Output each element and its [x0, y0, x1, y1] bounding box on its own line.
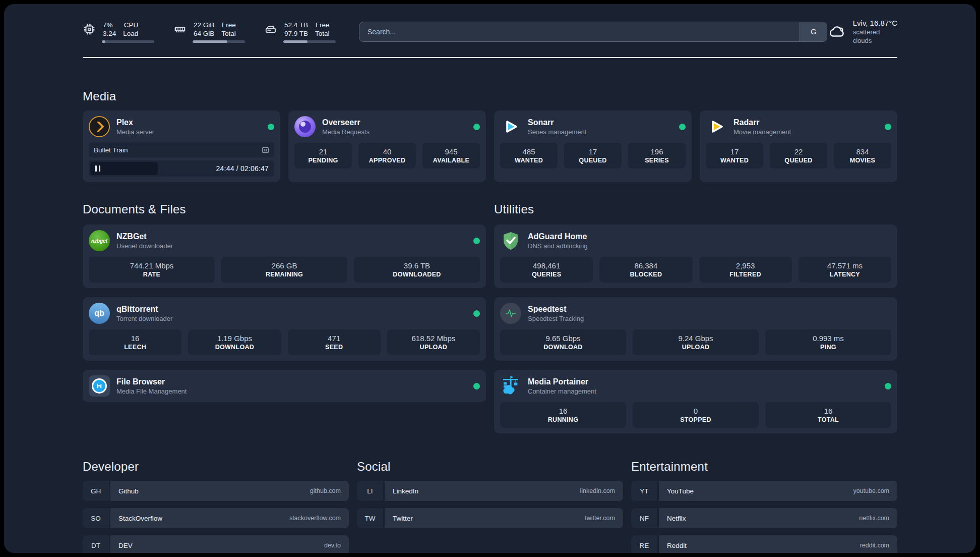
- dashboard: 7% 3.24 CPU Load: [4, 4, 976, 553]
- disk-value-1: 52.4 TB: [284, 21, 308, 29]
- bookmark-dev[interactable]: DT DEV dev.to: [83, 535, 349, 553]
- service-title: Radarr: [733, 118, 791, 128]
- service-subtitle: Container management: [528, 387, 596, 396]
- stat-wanted: 485WANTED: [500, 143, 558, 169]
- disk-label-1: Free: [315, 21, 330, 29]
- stat-queries: 498,461QUERIES: [500, 257, 593, 283]
- stat-stopped: 0STOPPED: [633, 402, 759, 428]
- documents-column: Documents & Files nzbget NZBGet Usenet d…: [83, 202, 486, 402]
- portainer-icon: [500, 375, 521, 397]
- section-title-entertainment: Entertainment: [631, 460, 897, 474]
- service-card-nzbget[interactable]: nzbget NZBGet Usenet downloader 744.21 M…: [83, 225, 486, 288]
- stat-seed: 471SEED: [288, 329, 381, 355]
- stat-queued: 17QUEUED: [564, 143, 622, 169]
- service-title: Overseerr: [322, 118, 370, 128]
- memory-icon: [173, 23, 187, 36]
- service-title: Plex: [116, 118, 154, 128]
- cpu-widget: 7% 3.24 CPU Load: [83, 21, 154, 43]
- bookmark-linkedin[interactable]: LI LinkedIn linkedin.com: [357, 481, 623, 501]
- media-cards-row: Plex Media server Bullet Train: [83, 110, 897, 182]
- stat-upload: 9.24 GbpsUPLOAD: [633, 329, 759, 355]
- utilities-column: Utilities AdGuard Home: [494, 202, 897, 433]
- status-indicator: [473, 383, 480, 389]
- memory-value-1: 22 GiB: [194, 21, 214, 29]
- bookmark-group-entertainment: Entertainment YT YouTube youtube.com NF …: [631, 460, 897, 553]
- disk-label-2: Total: [315, 29, 330, 38]
- service-subtitle: Media Requests: [322, 128, 370, 136]
- status-indicator: [268, 124, 274, 130]
- header-bar: 7% 3.24 CPU Load: [83, 4, 897, 45]
- stat-upload: 618.52 MbpsUPLOAD: [387, 329, 480, 355]
- memory-progress-bar: [193, 40, 245, 43]
- bookmark-twitter[interactable]: TW Twitter twitter.com: [357, 508, 623, 528]
- service-subtitle: Media server: [116, 128, 154, 136]
- pause-button[interactable]: [90, 162, 158, 175]
- search-input[interactable]: [359, 22, 800, 41]
- resource-widgets: 7% 3.24 CPU Load: [83, 21, 336, 43]
- section-title-developer: Developer: [83, 460, 349, 474]
- stat-queued: 22QUEUED: [770, 143, 827, 169]
- bookmark-reddit[interactable]: RE Reddit reddit.com: [631, 535, 897, 553]
- qbittorrent-icon: qb: [89, 303, 110, 324]
- service-subtitle: Media File Management: [116, 387, 187, 396]
- service-card-radarr[interactable]: Radarr Movie management 17WANTED 22QUEUE…: [700, 110, 897, 182]
- service-card-adguard[interactable]: AdGuard Home DNS and adblocking 498,461Q…: [494, 225, 897, 288]
- stat-ping: 0.993 msPING: [765, 329, 891, 355]
- stat-approved: 40APPROVED: [358, 143, 416, 169]
- cast-icon: [262, 146, 269, 154]
- stat-pending: 21PENDING: [294, 143, 352, 169]
- stat-series: 196SERIES: [628, 143, 686, 169]
- status-indicator: [473, 310, 480, 317]
- bookmark-github[interactable]: GH Github github.com: [83, 481, 349, 501]
- cloud-icon: [827, 22, 846, 42]
- cpu-label-1: CPU: [123, 21, 138, 29]
- stat-running: 16RUNNING: [500, 402, 626, 428]
- memory-value-2: 64 GiB: [194, 29, 214, 38]
- disk-value-2: 97.9 TB: [284, 29, 308, 38]
- stat-wanted: 17WANTED: [706, 143, 763, 169]
- service-card-sonarr[interactable]: Sonarr Series management 485WANTED 17QUE…: [494, 110, 692, 182]
- bookmark-netflix[interactable]: NF Netflix netflix.com: [631, 508, 897, 528]
- search-bar: G: [359, 22, 827, 42]
- bookmark-group-social: Social LI LinkedIn linkedin.com TW Twitt…: [357, 460, 623, 528]
- service-subtitle: Speedtest Tracking: [528, 314, 584, 323]
- section-title-media: Media: [83, 89, 897, 103]
- service-title: NZBGet: [116, 232, 173, 242]
- stat-rate: 744.21 MbpsRATE: [89, 257, 215, 283]
- service-card-qbittorrent[interactable]: qb qBittorrent Torrent downloader 16LEEC…: [83, 297, 486, 361]
- stat-leech: 16LEECH: [89, 329, 181, 355]
- bookmark-stackoverflow[interactable]: SO StackOverflow stackoverflow.com: [83, 508, 349, 528]
- disk-widget: 52.4 TB 97.9 TB Free Total: [264, 21, 336, 43]
- status-indicator: [473, 124, 480, 130]
- service-title: Speedtest: [528, 304, 584, 314]
- service-subtitle: DNS and adblocking: [528, 242, 588, 250]
- memory-label-2: Total: [221, 29, 236, 38]
- stat-available: 945AVAILABLE: [422, 143, 480, 169]
- service-card-overseerr[interactable]: Overseerr Media Requests 21PENDING 40APP…: [288, 110, 486, 182]
- cpu-progress-bar: [102, 40, 154, 43]
- service-card-plex[interactable]: Plex Media server Bullet Train: [83, 110, 280, 182]
- stat-latency: 47.571 msLATENCY: [799, 257, 891, 283]
- cpu-value-2: 3.24: [103, 29, 116, 38]
- status-indicator: [679, 124, 686, 130]
- bookmark-youtube[interactable]: YT YouTube youtube.com: [631, 481, 897, 501]
- status-indicator: [473, 238, 480, 244]
- service-card-filebrowser[interactable]: File Browser Media File Management: [83, 370, 486, 402]
- stat-total: 16TOTAL: [765, 402, 891, 428]
- adguard-icon: [500, 230, 521, 251]
- now-playing-title: Bullet Train: [94, 146, 128, 154]
- search-provider-button[interactable]: G: [800, 22, 827, 41]
- plex-icon: [89, 116, 110, 137]
- stat-movies: 834MOVIES: [834, 143, 891, 169]
- stat-filtered: 2,953FILTERED: [699, 257, 792, 283]
- service-card-speedtest[interactable]: Speedtest Speedtest Tracking 9.65 GbpsDO…: [494, 297, 897, 361]
- service-subtitle: Usenet downloader: [116, 242, 173, 250]
- service-card-portainer[interactable]: Media Portainer Container management 16R…: [494, 370, 897, 433]
- pause-icon: [95, 165, 97, 172]
- section-title-utilities: Utilities: [494, 202, 897, 216]
- service-subtitle: Torrent downloader: [116, 314, 172, 323]
- sonarr-icon: [500, 116, 521, 137]
- section-title-documents: Documents & Files: [83, 202, 486, 216]
- memory-widget: 22 GiB 64 GiB Free Total: [173, 21, 245, 43]
- service-title: qBittorrent: [116, 304, 172, 314]
